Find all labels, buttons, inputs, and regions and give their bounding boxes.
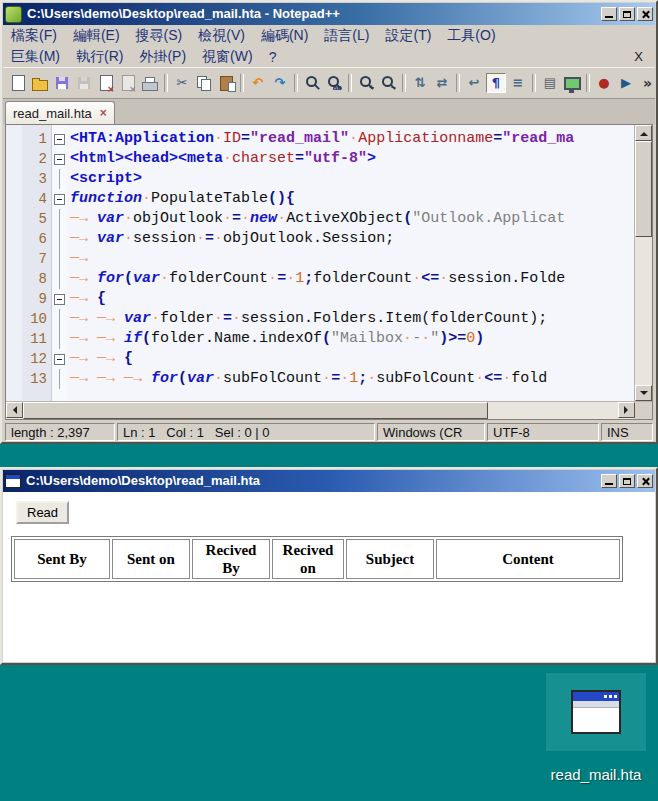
save-all-button[interactable]: [74, 73, 94, 93]
scroll-up-button[interactable]: [635, 125, 652, 141]
code-token: =: [331, 370, 340, 387]
status-insert-mode[interactable]: INS: [601, 423, 653, 441]
vertical-scrollbar[interactable]: [634, 125, 652, 401]
zoom-out-button[interactable]: −: [378, 73, 398, 93]
menu-item[interactable]: 視窗(W): [194, 48, 261, 66]
cut-button[interactable]: ✂: [172, 73, 192, 93]
menu-item[interactable]: 編輯(E): [65, 27, 128, 45]
menu-item[interactable]: 搜尋(S): [128, 27, 191, 45]
undo-button[interactable]: ↶: [248, 73, 268, 93]
code-token: <HTA:Application: [70, 130, 214, 147]
close-icon: [641, 10, 650, 19]
code-token: function: [70, 190, 142, 207]
horizontal-scrollbar[interactable]: [6, 402, 635, 419]
code-line: <script>: [70, 169, 634, 189]
close-file-button[interactable]: [96, 73, 116, 93]
fold-collapse-icon[interactable]: [54, 194, 65, 205]
hta-close-button[interactable]: [637, 474, 653, 488]
menu-item[interactable]: 檔案(F): [3, 27, 65, 45]
code-token: for: [151, 370, 178, 387]
code-token: ─→ ─→: [70, 330, 124, 347]
zoom-in-button[interactable]: +: [356, 73, 376, 93]
save-button[interactable]: [52, 73, 72, 93]
hta-minimize-button[interactable]: [601, 474, 617, 488]
menu-close-button[interactable]: X: [634, 49, 643, 64]
scroll-left-button[interactable]: [6, 402, 23, 418]
code-token: for: [97, 270, 124, 287]
menu-item[interactable]: 編碼(N): [253, 27, 316, 45]
code-token: subFolCount: [376, 370, 475, 387]
sync-vertical-scroll-button[interactable]: ⇅: [410, 73, 430, 93]
new-file-icon: [12, 75, 25, 91]
print-button[interactable]: [140, 73, 160, 93]
scroll-right-button[interactable]: [618, 402, 635, 418]
table-header-cell: Subject: [346, 539, 434, 579]
status-encoding[interactable]: UTF-8: [487, 423, 599, 441]
code-token: (: [142, 330, 151, 347]
tab-close-icon[interactable]: ×: [100, 106, 107, 120]
fold-collapse-icon[interactable]: [54, 354, 65, 365]
toolbar-overflow-chevron[interactable]: »: [643, 68, 652, 98]
indent-guide-button[interactable]: ≡: [508, 73, 528, 93]
menu-item[interactable]: 設定(T): [377, 27, 439, 45]
menu-item[interactable]: 執行(R): [68, 48, 131, 66]
copy-button[interactable]: [194, 73, 214, 93]
replace-button[interactable]: ab: [324, 73, 344, 93]
paste-button[interactable]: [216, 73, 236, 93]
find-button[interactable]: [302, 73, 322, 93]
hta-maximize-button[interactable]: [619, 474, 635, 488]
tab-read-mail[interactable]: read_mail.hta ×: [5, 101, 115, 124]
code-token: session.Folders.Item(folderCount);: [241, 310, 547, 327]
code-token: ·: [214, 370, 223, 387]
notepad-titlebar[interactable]: C:\Users\demo\Desktop\read_mail.hta - No…: [3, 3, 655, 25]
menu-item[interactable]: 語言(L): [316, 27, 377, 45]
code-area[interactable]: <HTA:Application·ID="read_mail"·Applicat…: [67, 125, 634, 401]
table-header-cell: Content: [436, 539, 620, 579]
hta-titlebar[interactable]: C:\Users\demo\Desktop\read_mail.hta: [3, 470, 655, 492]
play-macro-button[interactable]: ▶: [616, 73, 636, 93]
document-monitor-button[interactable]: [562, 73, 582, 93]
editor-frame: 12345678910111213 <HTA:Application·ID="r…: [5, 124, 653, 420]
document-map-button[interactable]: ▤: [540, 73, 560, 93]
fold-cell: [52, 149, 67, 169]
menu-item[interactable]: 工具(O): [439, 27, 503, 45]
word-wrap-button[interactable]: ↩: [464, 73, 484, 93]
code-token: ·: [349, 130, 358, 147]
hta-file-icon-titlebar: [573, 692, 619, 701]
maximize-icon: [623, 11, 631, 18]
fold-cell: [52, 169, 67, 189]
undo-icon: ↶: [249, 74, 267, 92]
maximize-button[interactable]: [619, 7, 635, 21]
menu-item[interactable]: ?: [261, 49, 285, 65]
scroll-down-button[interactable]: [635, 385, 652, 401]
read-button[interactable]: Read: [16, 501, 69, 524]
vertical-scrollbar-thumb[interactable]: [635, 141, 652, 237]
record-macro-button[interactable]: ●: [594, 73, 614, 93]
menu-item[interactable]: 外掛(P): [131, 48, 194, 66]
sync-horizontal-scroll-button[interactable]: ⇄: [432, 73, 452, 93]
code-token: charset: [232, 150, 295, 167]
fold-collapse-icon[interactable]: [54, 134, 65, 145]
fold-collapse-icon[interactable]: [54, 154, 65, 165]
code-token: ·: [142, 190, 151, 207]
open-file-button[interactable]: [30, 73, 50, 93]
minimize-button[interactable]: [601, 7, 617, 21]
show-all-characters-button[interactable]: ¶: [486, 73, 506, 93]
menu-row-2: 巨集(M)執行(R)外掛(P)視窗(W)?X: [3, 46, 655, 67]
desktop-icon-read-mail[interactable]: [546, 673, 646, 751]
new-file-button[interactable]: [8, 73, 28, 93]
toolbar-separator: [294, 74, 298, 92]
find-icon: [304, 75, 320, 91]
code-token: 1: [349, 370, 358, 387]
close-button[interactable]: [637, 7, 653, 21]
redo-button[interactable]: ↷: [270, 73, 290, 93]
fold-collapse-icon[interactable]: [54, 294, 65, 305]
horizontal-scrollbar-thumb[interactable]: [23, 402, 488, 419]
close-all-button[interactable]: [118, 73, 138, 93]
code-token: ·: [277, 210, 286, 227]
status-bar: length : 2,397 Ln : 1 Col : 1 Sel : 0 | …: [3, 420, 655, 444]
menu-item[interactable]: 巨集(M): [3, 48, 68, 66]
status-eol-format[interactable]: Windows (CR: [377, 423, 485, 441]
code-token: objOutlook.Session;: [223, 230, 394, 247]
menu-item[interactable]: 檢視(V): [190, 27, 253, 45]
